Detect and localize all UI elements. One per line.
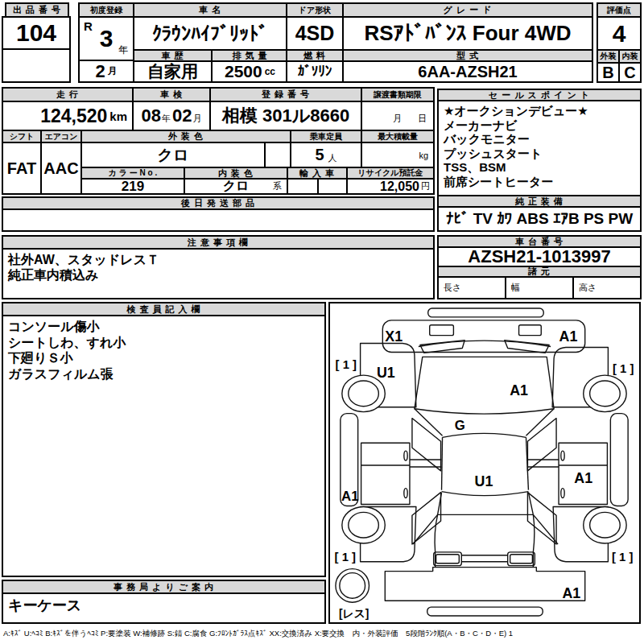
- footer-legend: A:ｷｽﾞ U:ﾍｺﾐ B:ｷｽﾞを伴うﾍｺﾐ P:要塗装 W:補修跡 S:錆 …: [3, 629, 641, 639]
- svg-text:A1: A1: [341, 489, 359, 504]
- inspection-month-unit: 月: [192, 113, 201, 125]
- recycle-fee: 12,050: [380, 180, 419, 194]
- inspector-line: シートしわ、すれ小: [8, 335, 126, 351]
- svg-text:X1: X1: [385, 328, 402, 345]
- later-parts-content: [2, 208, 435, 232]
- mileage: 124,520: [40, 105, 107, 127]
- score: 4: [597, 16, 642, 51]
- exterior-grade: B: [597, 62, 620, 83]
- sales-point-line: メーカーナビ: [444, 118, 588, 133]
- chassis-no: AZSH21-1013997: [437, 246, 642, 267]
- damage-diagram: X1A1[ 1 ]U1[ 1 ]A1GU1A1A1[ 1 ][ 1 ]A1[レス…: [328, 302, 641, 624]
- capacity: 5: [315, 146, 324, 164]
- factory-equipment: ﾅﾋﾞ TV ｶﾜ ABS ｴｱB PS PW: [437, 206, 642, 232]
- svg-text:A1: A1: [559, 328, 578, 345]
- recycle-fee-cell: 12,050 円: [346, 178, 435, 195]
- sales-point-line: 前席シートヒーター: [444, 175, 588, 189]
- spec-length: 長さ: [437, 276, 506, 299]
- svg-text:[ 1 ]: [ 1 ]: [336, 358, 357, 371]
- svg-text:A1: A1: [562, 585, 580, 601]
- exterior-color: クロ: [80, 142, 266, 168]
- sales-points: ★オークションデビュー★ メーカーナビ バックモニター プッシュスタート TSS…: [437, 100, 642, 196]
- transfer-day-unit: 日: [418, 113, 427, 125]
- svg-text:[ 1 ]: [ 1 ]: [613, 362, 634, 375]
- door-shape: 4SD: [286, 16, 344, 51]
- displacement-cell: 2500 cc: [211, 60, 289, 83]
- inspection-year-unit: 年: [162, 113, 171, 125]
- inspection-year: 08: [142, 105, 161, 126]
- transfer-month-unit: 月: [393, 113, 402, 125]
- interior-color-cell: クロ 系: [184, 178, 288, 195]
- first-reg-year-unit: 年: [118, 43, 128, 57]
- notes: 社外AW、スタッドレスＴ 純正車内積込み: [2, 248, 435, 299]
- lot-empty-cell: [2, 48, 71, 83]
- car-outline-svg: X1A1[ 1 ]U1[ 1 ]A1GU1A1A1[ 1 ][ 1 ]A1[レス…: [330, 303, 639, 622]
- spec-height: 高さ: [572, 276, 642, 299]
- interior-color-suffix: 系: [273, 180, 282, 192]
- fuel: ｶﾞｿﾘﾝ: [286, 60, 344, 83]
- inspector-line: ガラスフィルム張: [8, 366, 126, 382]
- mileage-cell: 124,520 km: [2, 101, 134, 131]
- first-reg-year: 3: [100, 25, 114, 52]
- sales-point-line: バックモニター: [444, 132, 588, 147]
- grade: RSｱﾄﾞﾊﾞﾝｽ Four 4WD: [342, 16, 593, 51]
- transfer-docs-cell: 月 日: [361, 101, 435, 131]
- car-name: ｸﾗｳﾝﾊｲﾌﾞﾘｯﾄﾞ: [133, 16, 287, 51]
- displacement-unit: cc: [265, 66, 275, 77]
- inspection-cell: 08 年 02 月: [132, 101, 211, 131]
- first-reg-month-cell: 2 月: [78, 60, 134, 83]
- mileage-unit: km: [109, 109, 127, 123]
- import-cell-1: [287, 178, 319, 195]
- svg-text:[ 1 ]: [ 1 ]: [612, 551, 633, 564]
- max-load-unit: kg: [419, 151, 428, 160]
- svg-text:G: G: [455, 418, 465, 433]
- displacement: 2500: [225, 62, 262, 81]
- svg-text:U1: U1: [377, 365, 395, 381]
- office-line: キーケース: [8, 597, 81, 614]
- aircon: AAC: [40, 142, 82, 195]
- svg-text:[レス]: [レス]: [339, 607, 369, 620]
- svg-text:U1: U1: [475, 473, 493, 489]
- sales-point-line: プッシュスタート: [444, 147, 588, 161]
- first-reg-year-cell: R 3 年: [78, 16, 134, 61]
- capacity-cell: 5 人: [290, 142, 362, 168]
- shift: FAT: [2, 142, 42, 195]
- inspector-line: コンソール傷小: [8, 319, 126, 335]
- max-load-cell: kg: [361, 142, 435, 168]
- svg-text:A1: A1: [510, 382, 528, 398]
- model-code: 6AA-AZSH21: [342, 60, 593, 83]
- recycle-fee-unit: 円: [421, 180, 430, 192]
- auction-sheet: 出 品 番 号 104 初度登録 R 3 年 2 月 車 名 ｸﾗｳﾝﾊｲﾌﾞﾘ…: [0, 0, 644, 644]
- office-info: キーケース: [2, 592, 326, 624]
- import-cell-2: [317, 178, 348, 195]
- spec-width: 幅: [505, 276, 574, 299]
- interior-color: クロ: [223, 178, 250, 195]
- svg-text:[ 1 ]: [ 1 ]: [335, 551, 356, 564]
- first-reg-month: 2: [95, 61, 105, 82]
- inspection-month: 02: [172, 105, 192, 126]
- sales-point-line: TSS、BSM: [444, 160, 588, 175]
- inspector-notes: コンソール傷小 シートしわ、すれ小 下廻りＳ小 ガラスフィルム張: [2, 315, 326, 577]
- note-line: 社外AW、スタッドレスＴ: [8, 252, 159, 267]
- inspector-line: 下廻りＳ小: [8, 350, 126, 366]
- lot-number: 104: [2, 16, 71, 50]
- capacity-unit: 人: [328, 152, 337, 164]
- first-reg-era: R: [84, 19, 93, 33]
- interior-grade: C: [618, 62, 642, 83]
- svg-text:A1: A1: [574, 470, 592, 486]
- registration-no: 相模 301ル8660: [209, 101, 362, 131]
- sales-point-line: ★オークションデビュー★: [444, 104, 588, 118]
- history: 自家用: [133, 60, 213, 83]
- first-reg-month-unit: 月: [108, 64, 118, 78]
- color-no: 219: [80, 178, 185, 195]
- note-line: 純正車内積込み: [8, 267, 159, 283]
- exterior-color-sub-cell: [264, 142, 291, 168]
